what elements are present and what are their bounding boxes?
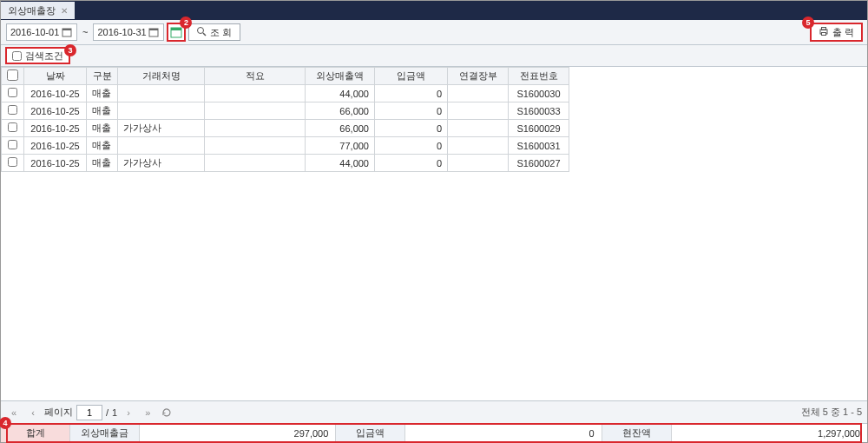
calendar-icon[interactable] bbox=[61, 26, 73, 38]
cell-voucher: S1600029 bbox=[509, 120, 569, 137]
search-condition-toggle[interactable]: 검색조건 3 bbox=[6, 48, 69, 63]
search-icon bbox=[196, 26, 207, 38]
cell-summary bbox=[205, 85, 306, 102]
summary-bar: 4 합계 외상매출금 297,000 입금액 0 현잔액 1,297,000 bbox=[1, 423, 867, 442]
ledger-table: 날짜 구분 거래처명 적요 외상매출액 입금액 연결장부 전표번호 2016-1… bbox=[1, 67, 569, 172]
col-link[interactable]: 연결장부 bbox=[448, 68, 509, 85]
cell-date: 2016-10-25 bbox=[24, 137, 87, 155]
table-row[interactable]: 2016-10-25매출77,0000S1600031 bbox=[2, 137, 569, 155]
row-checkbox[interactable] bbox=[8, 140, 17, 149]
select-all-checkbox[interactable] bbox=[7, 69, 18, 81]
cell-amount: 44,000 bbox=[306, 85, 375, 102]
search-condition-checkbox[interactable] bbox=[12, 51, 22, 61]
date-from-input[interactable]: 2016-10-01 bbox=[6, 23, 77, 41]
cell-client: 가가상사 bbox=[118, 120, 205, 137]
cell-deposit: 0 bbox=[375, 85, 448, 102]
cell-date: 2016-10-25 bbox=[24, 120, 87, 137]
cell-client bbox=[118, 85, 205, 102]
col-client[interactable]: 거래처명 bbox=[118, 68, 205, 85]
cell-summary bbox=[205, 155, 306, 172]
last-page-button[interactable]: » bbox=[140, 405, 155, 420]
svg-rect-5 bbox=[171, 28, 181, 30]
date-to-input[interactable]: 2016-10-31 bbox=[93, 23, 164, 41]
summary-deposit-value: 0 bbox=[405, 424, 602, 442]
cell-amount: 66,000 bbox=[306, 102, 375, 120]
page-label: 페이지 bbox=[44, 406, 73, 419]
cell-voucher: S1600030 bbox=[509, 85, 569, 102]
col-amount[interactable]: 외상매출액 bbox=[306, 68, 375, 85]
summary-total-label: 합계 bbox=[1, 424, 70, 442]
cell-date: 2016-10-25 bbox=[24, 155, 87, 172]
cell-amount: 66,000 bbox=[306, 120, 375, 137]
tab-title: 외상매출장 bbox=[8, 4, 56, 17]
refresh-button[interactable] bbox=[159, 405, 174, 420]
cell-type: 매출 bbox=[87, 85, 118, 102]
col-date[interactable]: 날짜 bbox=[24, 68, 87, 85]
table-row[interactable]: 2016-10-25매출66,0000S1600033 bbox=[2, 102, 569, 120]
cell-type: 매출 bbox=[87, 120, 118, 137]
cell-deposit: 0 bbox=[375, 102, 448, 120]
svg-rect-1 bbox=[62, 29, 71, 30]
pagination-bar: « ‹ 페이지 / 1 › » 전체 5 중 1 - 5 bbox=[1, 400, 867, 423]
table-container: 날짜 구분 거래처명 적요 외상매출액 입금액 연결장부 전표번호 2016-1… bbox=[1, 67, 867, 400]
cell-voucher: S1600031 bbox=[509, 137, 569, 155]
cell-client bbox=[118, 102, 205, 120]
prev-page-button[interactable]: ‹ bbox=[25, 405, 41, 420]
print-button[interactable]: 출 력 5 bbox=[811, 23, 862, 41]
date-to-value: 2016-10-31 bbox=[97, 27, 148, 37]
date-range-separator: ~ bbox=[81, 27, 89, 37]
print-label: 출 력 bbox=[832, 26, 854, 39]
search-condition-label: 검색조건 bbox=[25, 50, 63, 63]
tab-active[interactable]: 외상매출장 ✕ bbox=[1, 2, 75, 19]
page-input[interactable] bbox=[76, 405, 102, 420]
svg-rect-3 bbox=[149, 29, 158, 30]
cell-link bbox=[448, 85, 509, 102]
table-row[interactable]: 2016-10-25매출44,0000S1600030 bbox=[2, 85, 569, 102]
summary-amount-label: 외상매출금 bbox=[70, 424, 140, 442]
cell-amount: 77,000 bbox=[306, 137, 375, 155]
summary-balance-label: 현잔액 bbox=[602, 424, 672, 442]
table-row[interactable]: 2016-10-25매출가가상사44,0000S1600027 bbox=[2, 155, 569, 172]
cell-link bbox=[448, 120, 509, 137]
calendar-icon[interactable] bbox=[148, 26, 160, 38]
cell-link bbox=[448, 137, 509, 155]
cell-voucher: S1600033 bbox=[509, 102, 569, 120]
cell-date: 2016-10-25 bbox=[24, 102, 87, 120]
col-type[interactable]: 구분 bbox=[87, 68, 118, 85]
svg-line-9 bbox=[203, 33, 206, 36]
callout-badge-3: 3 bbox=[64, 44, 76, 56]
col-summary[interactable]: 적요 bbox=[205, 68, 306, 85]
row-checkbox[interactable] bbox=[8, 157, 17, 167]
cell-summary bbox=[205, 102, 306, 120]
cell-voucher: S1600027 bbox=[509, 155, 569, 172]
cell-amount: 44,000 bbox=[306, 155, 375, 172]
summary-deposit-label: 입금액 bbox=[336, 424, 405, 442]
next-page-button[interactable]: › bbox=[121, 405, 136, 420]
page-total: 1 bbox=[112, 407, 117, 418]
cell-link bbox=[448, 155, 509, 172]
row-checkbox[interactable] bbox=[8, 88, 17, 97]
table-row[interactable]: 2016-10-25매출가가상사66,0000S1600029 bbox=[2, 120, 569, 137]
callout-badge-5: 5 bbox=[802, 17, 814, 29]
query-label: 조 회 bbox=[210, 26, 232, 39]
col-voucher[interactable]: 전표번호 bbox=[509, 68, 569, 85]
summary-balance-value: 1,297,000 bbox=[672, 424, 867, 442]
close-icon[interactable]: ✕ bbox=[61, 6, 68, 16]
cell-link bbox=[448, 102, 509, 120]
cell-deposit: 0 bbox=[375, 120, 448, 137]
query-button[interactable]: 조 회 bbox=[188, 23, 240, 41]
row-checkbox[interactable] bbox=[8, 122, 17, 132]
cell-deposit: 0 bbox=[375, 137, 448, 155]
cell-deposit: 0 bbox=[375, 155, 448, 172]
toolbar: 2016-10-01 ~ 2016-10-31 2 조 회 bbox=[1, 20, 867, 45]
calendar-picker-button[interactable]: 2 bbox=[168, 23, 185, 41]
svg-point-8 bbox=[198, 28, 204, 34]
printer-icon bbox=[819, 26, 829, 38]
date-from-value: 2016-10-01 bbox=[10, 27, 61, 37]
row-checkbox[interactable] bbox=[8, 105, 17, 115]
page-sep: / bbox=[106, 407, 108, 418]
cell-type: 매출 bbox=[87, 155, 118, 172]
col-deposit[interactable]: 입금액 bbox=[375, 68, 448, 85]
cell-client: 가가상사 bbox=[118, 155, 205, 172]
tab-bar: 외상매출장 ✕ bbox=[1, 1, 867, 20]
